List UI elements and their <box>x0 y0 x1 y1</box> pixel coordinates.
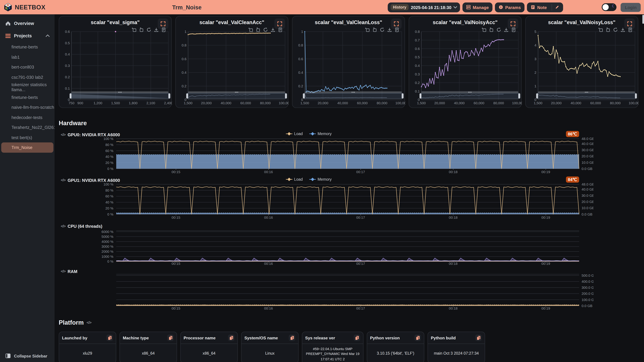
svg-text:0: 0 <box>68 98 70 102</box>
svg-text:30.0 GB: 30.0 GB <box>582 148 594 152</box>
platform-card-header: Sys release ver <box>302 332 363 344</box>
zoom-reset-icon[interactable] <box>489 27 494 32</box>
theme-toggle[interactable]: ☾ <box>602 3 617 11</box>
legend-item-load[interactable]: Load <box>286 177 303 182</box>
svg-text:20 %: 20 % <box>106 206 113 210</box>
download-icon[interactable] <box>387 27 392 32</box>
legend-item-load[interactable]: Load <box>286 131 303 136</box>
svg-text:400.0 GB: 400.0 GB <box>582 280 594 283</box>
svg-text:20.0 GB: 20.0 GB <box>582 154 594 158</box>
slider-handle-left[interactable] <box>536 93 538 98</box>
slider-handle-right[interactable] <box>518 93 520 98</box>
svg-text:60,000: 60,000 <box>357 101 368 105</box>
platform-card-header: Processor name <box>181 332 238 344</box>
svg-text:100,000: 100,000 <box>396 101 406 105</box>
sidebar-item-project[interactable]: csc791-030 lab2 <box>0 72 55 82</box>
legend-item-memory[interactable]: Memory <box>309 177 332 182</box>
zoom-select-icon[interactable] <box>248 27 253 32</box>
copy-button[interactable] <box>167 335 174 341</box>
collapse-sidebar-button[interactable]: Collapse Sidebar <box>0 354 60 358</box>
copy-button[interactable] <box>106 335 113 341</box>
cpu-chart[interactable]: 0 %1000 %2000 %3000 %4000 %5000 %6000 %0… <box>59 229 594 268</box>
zoom-select-icon[interactable] <box>598 27 603 32</box>
sidebar-item-project[interactable]: Terahertz_No22_Gl261_gl... <box>0 122 55 132</box>
note-button[interactable]: Note <box>527 2 563 12</box>
slider-handle-right[interactable] <box>168 93 170 98</box>
login-button[interactable]: Login <box>621 3 641 12</box>
sidebar-item-project[interactable]: test bert(s) <box>0 132 55 142</box>
refresh-icon[interactable] <box>613 27 618 32</box>
zoom-reset-icon[interactable] <box>372 27 377 32</box>
data-log-icon[interactable] <box>161 27 166 32</box>
manage-button[interactable]: Manage <box>462 2 492 12</box>
copy-button[interactable] <box>414 335 421 341</box>
copy-icon <box>476 335 481 340</box>
sidebar-item-project[interactable]: bert-conll03 <box>0 62 55 72</box>
copy-button[interactable] <box>228 335 234 341</box>
refresh-icon[interactable] <box>263 27 268 32</box>
zoom-select-icon[interactable] <box>482 27 486 32</box>
copy-button[interactable] <box>475 335 482 341</box>
svg-text:20,000: 20,000 <box>551 101 562 105</box>
hw-device-name: GPU0: NVIDIA RTX A6000 <box>68 132 120 137</box>
platform-card-value: x86_64 <box>120 344 176 362</box>
gpu0-chart[interactable]: 0 %20 %40 %60 %80 %100 %0.0 GB10.0 GB20.… <box>59 137 594 176</box>
svg-text:0.2: 0.2 <box>298 84 303 88</box>
hw-device-name: GPU1: NVIDIA RTX A6000 <box>68 178 120 183</box>
data-log-icon[interactable] <box>278 27 282 32</box>
refresh-icon[interactable] <box>380 27 384 32</box>
slider-selection[interactable] <box>420 93 519 98</box>
download-icon[interactable] <box>620 27 625 32</box>
slider-handle-left[interactable] <box>186 93 188 98</box>
download-icon[interactable] <box>154 27 158 32</box>
platform-card-label: Machine type <box>123 336 149 340</box>
legend-item-memory[interactable]: Memory <box>309 131 332 136</box>
load-legend-marker-icon <box>286 132 292 135</box>
sidebar-item-project[interactable]: naive-llm-from-scratch <box>0 102 55 112</box>
download-icon[interactable] <box>271 27 275 32</box>
zoom-reset-icon[interactable] <box>139 27 144 32</box>
refresh-icon[interactable] <box>496 27 501 32</box>
sidebar-item-overview[interactable]: Overview <box>0 18 55 28</box>
slider-handle-left[interactable] <box>303 93 305 98</box>
history-dropdown[interactable]: History 2025-04-16 21:18:30 <box>388 2 460 12</box>
copy-button[interactable] <box>289 335 295 341</box>
zoom-select-icon[interactable] <box>365 27 370 32</box>
svg-text:00:16: 00:16 <box>264 216 273 219</box>
scalar-chart-card-eval_ValNoisyAcc: scalar "eval_ValNoisyAcc"1,50020,00040,0… <box>409 16 522 108</box>
data-log-icon[interactable] <box>511 27 516 32</box>
slider-handle-right[interactable] <box>635 93 637 98</box>
download-icon[interactable] <box>504 27 508 32</box>
svg-text:3: 3 <box>534 57 536 61</box>
load-legend-marker-icon <box>286 177 292 181</box>
hardware-section-title: Hardware <box>59 119 87 126</box>
slider-handle-right[interactable] <box>402 93 404 98</box>
data-log-icon[interactable] <box>394 27 399 32</box>
zoom-select-icon[interactable] <box>132 27 136 32</box>
sidebar-item-project[interactable]: tokenizer statistics llama... <box>0 82 55 92</box>
sidebar-item-project[interactable]: finetune-berts <box>0 42 55 52</box>
sidebar-item-project[interactable]: hedecoder-tests <box>0 112 55 122</box>
sidebar-item-project[interactable]: lab1 <box>0 52 55 62</box>
gpu1-chart[interactable]: 0 %20 %40 %60 %80 %100 %0.0 GB10.0 GB20.… <box>59 183 594 222</box>
slider-handle-right[interactable] <box>285 93 287 98</box>
slider-handle-left[interactable] <box>70 93 72 98</box>
data-log-icon[interactable] <box>628 27 632 32</box>
params-button[interactable]: Params <box>495 2 524 12</box>
slider-handle-left[interactable] <box>420 93 422 98</box>
zoom-reset-icon[interactable] <box>606 27 610 32</box>
hw-device-label-cpu: </>CPU (64 threads) <box>61 224 102 229</box>
zoom-reset-icon[interactable] <box>256 27 260 32</box>
refresh-icon[interactable] <box>146 27 151 32</box>
scrollbar-thumb[interactable] <box>642 15 644 24</box>
svg-text:1,800: 1,800 <box>129 101 138 105</box>
brand[interactable]: NEETBOX <box>4 0 46 14</box>
svg-text:0.3: 0.3 <box>65 64 70 67</box>
sidebar-item-project[interactable]: Trm_Noise <box>1 142 53 152</box>
edit-pencil-icon[interactable] <box>555 5 560 9</box>
hw-device-label-gpu1: </>GPU1: NVIDIA RTX A6000 <box>61 178 120 183</box>
sidebar-item-project[interactable]: finetune-berts <box>0 92 55 102</box>
ram-chart[interactable]: 0.0 GB100.0 GB200.0 GB300.0 GB400.0 GB50… <box>59 273 594 312</box>
sidebar-group-projects[interactable]: Projects <box>0 31 55 41</box>
copy-button[interactable] <box>354 335 360 341</box>
